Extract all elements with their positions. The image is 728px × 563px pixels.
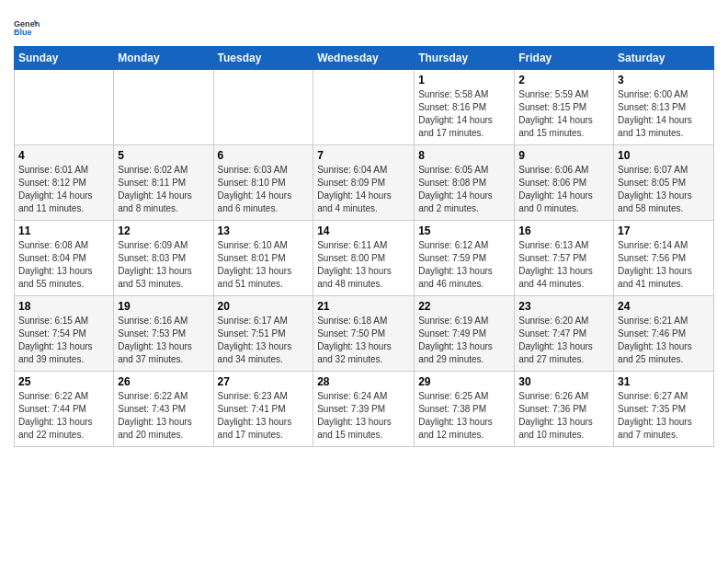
calendar-cell: 30Sunrise: 6:26 AM Sunset: 7:36 PM Dayli… [515, 372, 614, 447]
day-number: 1 [418, 74, 510, 86]
calendar-cell: 20Sunrise: 6:17 AM Sunset: 7:51 PM Dayli… [213, 296, 313, 372]
day-info: Sunrise: 6:12 AM Sunset: 7:59 PM Dayligh… [418, 239, 510, 291]
svg-text:General: General [14, 19, 40, 29]
day-number: 5 [118, 149, 209, 162]
day-number: 21 [317, 300, 410, 313]
calendar-week-5: 25Sunrise: 6:22 AM Sunset: 7:44 PM Dayli… [15, 372, 714, 447]
calendar-cell: 16Sunrise: 6:13 AM Sunset: 7:57 PM Dayli… [515, 221, 614, 296]
calendar-cell [213, 70, 313, 145]
day-number: 6 [218, 149, 310, 162]
day-header-saturday: Saturday [614, 47, 714, 70]
calendar-cell: 22Sunrise: 6:19 AM Sunset: 7:49 PM Dayli… [415, 296, 515, 372]
day-number: 19 [118, 300, 209, 313]
day-info: Sunrise: 6:04 AM Sunset: 8:09 PM Dayligh… [317, 164, 410, 215]
calendar-cell: 4Sunrise: 6:01 AM Sunset: 8:12 PM Daylig… [15, 145, 114, 221]
day-header-tuesday: Tuesday [213, 47, 313, 70]
calendar-cell: 3Sunrise: 6:00 AM Sunset: 8:13 PM Daylig… [614, 70, 714, 145]
day-header-wednesday: Wednesday [313, 47, 415, 70]
calendar-cell: 10Sunrise: 6:07 AM Sunset: 8:05 PM Dayli… [614, 145, 714, 221]
calendar-week-2: 4Sunrise: 6:01 AM Sunset: 8:12 PM Daylig… [15, 145, 714, 221]
calendar-cell: 27Sunrise: 6:23 AM Sunset: 7:41 PM Dayli… [213, 372, 313, 447]
day-number: 25 [18, 375, 109, 388]
calendar-table: SundayMondayTuesdayWednesdayThursdayFrid… [14, 46, 714, 447]
day-info: Sunrise: 6:10 AM Sunset: 8:01 PM Dayligh… [218, 239, 310, 291]
logo: General Blue [14, 15, 43, 40]
calendar-cell: 2Sunrise: 5:59 AM Sunset: 8:15 PM Daylig… [515, 70, 614, 145]
day-info: Sunrise: 6:02 AM Sunset: 8:11 PM Dayligh… [118, 164, 209, 215]
calendar-cell [15, 70, 114, 145]
day-number: 13 [218, 224, 310, 237]
day-number: 31 [618, 375, 710, 388]
day-number: 9 [518, 149, 609, 162]
calendar-week-1: 1Sunrise: 5:58 AM Sunset: 8:16 PM Daylig… [15, 70, 714, 145]
page-header: General Blue [14, 9, 714, 40]
day-number: 16 [518, 224, 609, 237]
day-number: 23 [518, 300, 609, 313]
day-info: Sunrise: 6:05 AM Sunset: 8:08 PM Dayligh… [418, 164, 510, 215]
calendar-week-3: 11Sunrise: 6:08 AM Sunset: 8:04 PM Dayli… [15, 221, 714, 296]
day-header-sunday: Sunday [15, 47, 114, 70]
day-info: Sunrise: 6:11 AM Sunset: 8:00 PM Dayligh… [317, 239, 410, 291]
calendar-cell: 21Sunrise: 6:18 AM Sunset: 7:50 PM Dayli… [313, 296, 415, 372]
calendar-cell: 12Sunrise: 6:09 AM Sunset: 8:03 PM Dayli… [114, 221, 213, 296]
calendar-cell: 8Sunrise: 6:05 AM Sunset: 8:08 PM Daylig… [415, 145, 515, 221]
day-info: Sunrise: 6:18 AM Sunset: 7:50 PM Dayligh… [317, 315, 410, 366]
day-info: Sunrise: 6:16 AM Sunset: 7:53 PM Dayligh… [118, 315, 209, 366]
calendar-cell: 6Sunrise: 6:03 AM Sunset: 8:10 PM Daylig… [213, 145, 313, 221]
day-info: Sunrise: 5:58 AM Sunset: 8:16 PM Dayligh… [418, 88, 510, 140]
day-number: 26 [118, 375, 209, 388]
day-number: 11 [18, 224, 109, 237]
calendar-cell: 26Sunrise: 6:22 AM Sunset: 7:43 PM Dayli… [114, 372, 213, 447]
calendar-cell: 29Sunrise: 6:25 AM Sunset: 7:38 PM Dayli… [415, 372, 515, 447]
day-info: Sunrise: 6:00 AM Sunset: 8:13 PM Dayligh… [618, 88, 710, 140]
day-number: 7 [317, 149, 410, 162]
calendar-cell: 28Sunrise: 6:24 AM Sunset: 7:39 PM Dayli… [313, 372, 415, 447]
day-number: 28 [317, 375, 410, 388]
calendar-cell: 15Sunrise: 6:12 AM Sunset: 7:59 PM Dayli… [415, 221, 515, 296]
calendar-cell: 19Sunrise: 6:16 AM Sunset: 7:53 PM Dayli… [114, 296, 213, 372]
day-info: Sunrise: 6:07 AM Sunset: 8:05 PM Dayligh… [618, 164, 710, 215]
day-number: 4 [18, 149, 109, 162]
calendar-cell [114, 70, 213, 145]
day-number: 3 [618, 74, 710, 86]
day-info: Sunrise: 6:13 AM Sunset: 7:57 PM Dayligh… [518, 239, 609, 291]
day-number: 18 [18, 300, 109, 313]
day-number: 8 [418, 149, 510, 162]
calendar-cell: 5Sunrise: 6:02 AM Sunset: 8:11 PM Daylig… [114, 145, 213, 221]
day-number: 15 [418, 224, 510, 237]
day-info: Sunrise: 6:24 AM Sunset: 7:39 PM Dayligh… [317, 390, 410, 442]
day-info: Sunrise: 6:27 AM Sunset: 7:35 PM Dayligh… [618, 390, 710, 442]
day-header-monday: Monday [114, 47, 213, 70]
svg-text:Blue: Blue [14, 28, 32, 37]
day-number: 22 [418, 300, 510, 313]
day-number: 17 [618, 224, 710, 237]
day-number: 24 [618, 300, 710, 313]
day-number: 10 [618, 149, 710, 162]
day-info: Sunrise: 6:22 AM Sunset: 7:44 PM Dayligh… [18, 390, 109, 442]
day-number: 20 [218, 300, 310, 313]
day-header-thursday: Thursday [415, 47, 515, 70]
day-number: 12 [118, 224, 209, 237]
calendar-cell: 1Sunrise: 5:58 AM Sunset: 8:16 PM Daylig… [415, 70, 515, 145]
day-info: Sunrise: 6:01 AM Sunset: 8:12 PM Dayligh… [18, 164, 109, 215]
day-number: 27 [218, 375, 310, 388]
day-number: 14 [317, 224, 410, 237]
day-number: 29 [418, 375, 510, 388]
calendar-cell: 9Sunrise: 6:06 AM Sunset: 8:06 PM Daylig… [515, 145, 614, 221]
day-number: 30 [518, 375, 609, 388]
day-info: Sunrise: 6:09 AM Sunset: 8:03 PM Dayligh… [118, 239, 209, 291]
day-info: Sunrise: 6:21 AM Sunset: 7:46 PM Dayligh… [618, 315, 710, 366]
calendar-cell: 23Sunrise: 6:20 AM Sunset: 7:47 PM Dayli… [515, 296, 614, 372]
day-info: Sunrise: 6:15 AM Sunset: 7:54 PM Dayligh… [18, 315, 109, 366]
day-info: Sunrise: 6:22 AM Sunset: 7:43 PM Dayligh… [118, 390, 209, 442]
day-info: Sunrise: 6:19 AM Sunset: 7:49 PM Dayligh… [418, 315, 510, 366]
day-info: Sunrise: 6:03 AM Sunset: 8:10 PM Dayligh… [218, 164, 310, 215]
calendar-cell [313, 70, 415, 145]
day-number: 2 [518, 74, 609, 86]
day-info: Sunrise: 6:14 AM Sunset: 7:56 PM Dayligh… [618, 239, 710, 291]
calendar-cell: 7Sunrise: 6:04 AM Sunset: 8:09 PM Daylig… [313, 145, 415, 221]
day-info: Sunrise: 6:17 AM Sunset: 7:51 PM Dayligh… [218, 315, 310, 366]
calendar-cell: 24Sunrise: 6:21 AM Sunset: 7:46 PM Dayli… [614, 296, 714, 372]
calendar-cell: 14Sunrise: 6:11 AM Sunset: 8:00 PM Dayli… [313, 221, 415, 296]
logo-icon: General Blue [14, 15, 40, 40]
